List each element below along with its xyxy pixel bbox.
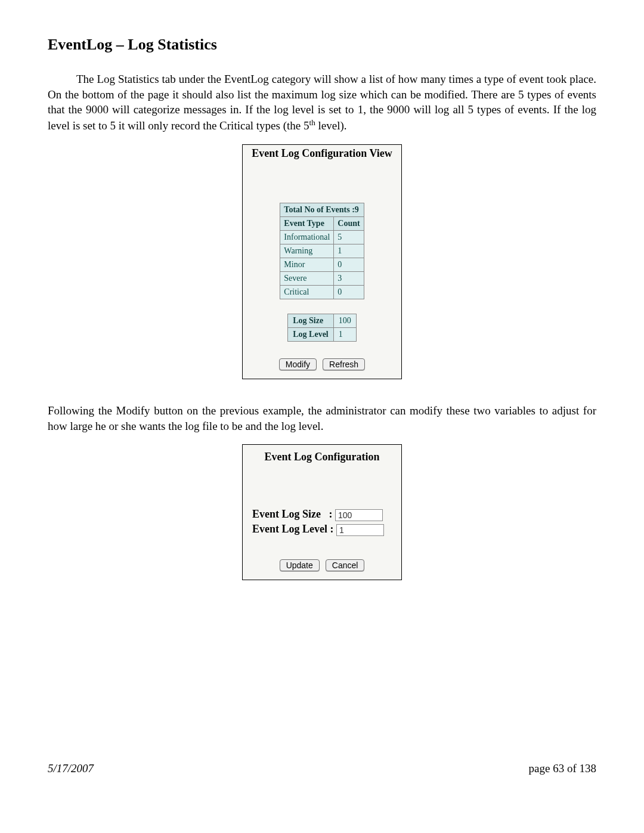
event-log-size-label: Event Log Size bbox=[252, 508, 321, 521]
edit-panel-title: Event Log Configuration bbox=[249, 447, 395, 506]
event-log-level-label: Event Log Level : bbox=[252, 523, 334, 535]
event-count-cell: 3 bbox=[334, 271, 364, 285]
table-row: Critical 0 bbox=[280, 285, 364, 299]
modify-button[interactable]: Modify bbox=[279, 358, 317, 370]
refresh-button[interactable]: Refresh bbox=[323, 358, 365, 370]
event-count-cell: 0 bbox=[334, 258, 364, 271]
total-events-value: 9 bbox=[355, 205, 359, 214]
eventlog-config-view-panel: Event Log Configuration View Total No of… bbox=[242, 144, 402, 379]
event-count-cell: 5 bbox=[334, 230, 364, 244]
event-type-cell: Severe bbox=[280, 271, 334, 285]
event-log-level-input[interactable] bbox=[336, 524, 384, 536]
table-row: Minor 0 bbox=[280, 258, 364, 271]
table-row: Warning 1 bbox=[280, 244, 364, 258]
paragraph-1-sup: th bbox=[309, 118, 315, 127]
paragraph-1: The Log Statistics tab under the EventLo… bbox=[48, 72, 596, 134]
event-stats-table: Total No of Events :9 Event Type Count I… bbox=[280, 203, 364, 299]
event-type-cell: Warning bbox=[280, 244, 334, 258]
log-config-table: Log Size 100 Log Level 1 bbox=[287, 314, 357, 342]
col-event-type: Event Type bbox=[280, 216, 334, 230]
log-level-value: 1 bbox=[333, 327, 356, 341]
view-panel-title: Event Log Configuration View bbox=[249, 147, 395, 203]
event-type-cell: Minor bbox=[280, 258, 334, 271]
log-size-value: 100 bbox=[333, 314, 356, 327]
size-separator: : bbox=[329, 508, 333, 520]
page-footer: 5/17/2007 page 63 of 138 bbox=[48, 762, 596, 775]
footer-page-number: page 63 of 138 bbox=[529, 762, 596, 775]
event-count-cell: 0 bbox=[334, 285, 364, 299]
event-type-cell: Informational bbox=[280, 230, 334, 244]
total-events-label: Total No of Events : bbox=[284, 205, 355, 214]
total-events-header: Total No of Events :9 bbox=[280, 203, 364, 216]
log-level-label: Log Level bbox=[288, 327, 334, 341]
col-count: Count bbox=[334, 216, 364, 230]
eventlog-config-edit-panel: Event Log Configuration Event Log Size :… bbox=[242, 444, 402, 580]
section-heading: EventLog – Log Statistics bbox=[48, 36, 596, 54]
table-row: Informational 5 bbox=[280, 230, 364, 244]
paragraph-1-b: level). bbox=[315, 119, 347, 132]
paragraph-2: Following the Modify button on the previ… bbox=[48, 403, 596, 433]
cancel-button[interactable]: Cancel bbox=[326, 559, 365, 571]
table-row: Severe 3 bbox=[280, 271, 364, 285]
update-button[interactable]: Update bbox=[280, 559, 320, 571]
event-count-cell: 1 bbox=[334, 244, 364, 258]
footer-date: 5/17/2007 bbox=[48, 762, 94, 775]
event-type-cell: Critical bbox=[280, 285, 334, 299]
event-log-size-input[interactable] bbox=[335, 509, 383, 521]
log-size-label: Log Size bbox=[288, 314, 334, 327]
